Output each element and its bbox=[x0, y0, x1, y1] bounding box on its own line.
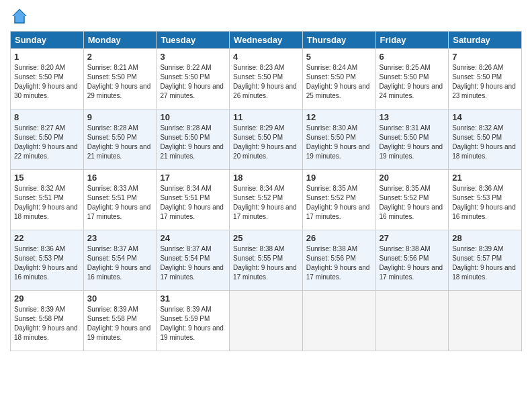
calendar-cell: 4Sunrise: 8:23 AMSunset: 5:50 PMDaylight… bbox=[230, 49, 303, 109]
calendar-cell: 5Sunrise: 8:24 AMSunset: 5:50 PMDaylight… bbox=[302, 49, 375, 109]
calendar-cell: 28Sunrise: 8:39 AMSunset: 5:57 PMDayligh… bbox=[449, 230, 522, 291]
col-header-sunday: Sunday bbox=[11, 32, 84, 49]
logo-icon bbox=[10, 7, 29, 26]
day-number: 4 bbox=[233, 52, 299, 62]
calendar-cell: 15Sunrise: 8:32 AMSunset: 5:51 PMDayligh… bbox=[11, 170, 84, 230]
calendar-cell: 24Sunrise: 8:37 AMSunset: 5:54 PMDayligh… bbox=[157, 230, 230, 291]
calendar-cell: 9Sunrise: 8:28 AMSunset: 5:50 PMDaylight… bbox=[83, 109, 157, 170]
day-number: 11 bbox=[233, 112, 299, 122]
col-header-wednesday: Wednesday bbox=[230, 32, 303, 49]
calendar-cell: 6Sunrise: 8:25 AMSunset: 5:50 PMDaylight… bbox=[375, 49, 449, 109]
col-header-thursday: Thursday bbox=[302, 32, 375, 49]
day-info: Sunrise: 8:39 AMSunset: 5:59 PMDaylight:… bbox=[160, 305, 226, 342]
calendar-cell: 2Sunrise: 8:21 AMSunset: 5:50 PMDaylight… bbox=[83, 49, 157, 109]
day-info: Sunrise: 8:24 AMSunset: 5:50 PMDaylight:… bbox=[306, 63, 372, 101]
week-row-4: 22Sunrise: 8:36 AMSunset: 5:53 PMDayligh… bbox=[11, 230, 522, 291]
day-info: Sunrise: 8:32 AMSunset: 5:51 PMDaylight:… bbox=[14, 184, 80, 222]
calendar-cell bbox=[449, 291, 522, 351]
calendar-cell: 23Sunrise: 8:37 AMSunset: 5:54 PMDayligh… bbox=[83, 230, 157, 291]
day-number: 18 bbox=[233, 173, 299, 183]
calendar-cell: 17Sunrise: 8:34 AMSunset: 5:51 PMDayligh… bbox=[157, 170, 230, 230]
day-number: 20 bbox=[380, 173, 445, 183]
day-number: 19 bbox=[306, 173, 372, 183]
calendar-cell: 12Sunrise: 8:30 AMSunset: 5:50 PMDayligh… bbox=[302, 109, 375, 170]
day-number: 27 bbox=[380, 233, 445, 243]
day-number: 3 bbox=[160, 52, 226, 62]
calendar-cell: 30Sunrise: 8:39 AMSunset: 5:58 PMDayligh… bbox=[83, 291, 157, 351]
day-number: 17 bbox=[160, 173, 226, 183]
calendar-cell: 27Sunrise: 8:38 AMSunset: 5:56 PMDayligh… bbox=[375, 230, 449, 291]
calendar-cell: 1Sunrise: 8:20 AMSunset: 5:50 PMDaylight… bbox=[11, 49, 84, 109]
day-info: Sunrise: 8:35 AMSunset: 5:52 PMDaylight:… bbox=[380, 184, 445, 222]
col-header-tuesday: Tuesday bbox=[157, 32, 230, 49]
week-row-1: 1Sunrise: 8:20 AMSunset: 5:50 PMDaylight… bbox=[11, 49, 522, 109]
day-number: 1 bbox=[14, 52, 80, 62]
day-number: 23 bbox=[87, 233, 153, 243]
day-info: Sunrise: 8:34 AMSunset: 5:51 PMDaylight:… bbox=[160, 184, 226, 222]
calendar-cell: 16Sunrise: 8:33 AMSunset: 5:51 PMDayligh… bbox=[83, 170, 157, 230]
week-row-5: 29Sunrise: 8:39 AMSunset: 5:58 PMDayligh… bbox=[11, 291, 522, 351]
col-header-saturday: Saturday bbox=[449, 32, 522, 49]
calendar-cell: 25Sunrise: 8:38 AMSunset: 5:55 PMDayligh… bbox=[230, 230, 303, 291]
day-number: 25 bbox=[233, 233, 299, 243]
day-info: Sunrise: 8:20 AMSunset: 5:50 PMDaylight:… bbox=[14, 63, 80, 101]
day-number: 16 bbox=[87, 173, 153, 183]
day-info: Sunrise: 8:37 AMSunset: 5:54 PMDaylight:… bbox=[87, 244, 153, 282]
day-info: Sunrise: 8:22 AMSunset: 5:50 PMDaylight:… bbox=[160, 63, 226, 101]
day-info: Sunrise: 8:39 AMSunset: 5:57 PMDaylight:… bbox=[452, 244, 518, 282]
day-info: Sunrise: 8:27 AMSunset: 5:50 PMDaylight:… bbox=[14, 124, 80, 161]
day-info: Sunrise: 8:38 AMSunset: 5:56 PMDaylight:… bbox=[380, 244, 445, 282]
calendar-cell: 20Sunrise: 8:35 AMSunset: 5:52 PMDayligh… bbox=[375, 170, 449, 230]
calendar-cell: 31Sunrise: 8:39 AMSunset: 5:59 PMDayligh… bbox=[157, 291, 230, 351]
day-info: Sunrise: 8:33 AMSunset: 5:51 PMDaylight:… bbox=[87, 184, 153, 222]
day-info: Sunrise: 8:35 AMSunset: 5:52 PMDaylight:… bbox=[306, 184, 372, 222]
day-info: Sunrise: 8:31 AMSunset: 5:50 PMDaylight:… bbox=[380, 124, 445, 161]
calendar-cell: 7Sunrise: 8:26 AMSunset: 5:50 PMDaylight… bbox=[449, 49, 522, 109]
day-info: Sunrise: 8:21 AMSunset: 5:50 PMDaylight:… bbox=[87, 63, 153, 101]
day-number: 10 bbox=[160, 112, 226, 122]
day-info: Sunrise: 8:38 AMSunset: 5:55 PMDaylight:… bbox=[233, 244, 299, 282]
day-number: 5 bbox=[306, 52, 372, 62]
calendar-cell bbox=[230, 291, 303, 351]
day-number: 15 bbox=[14, 173, 80, 183]
calendar-cell: 19Sunrise: 8:35 AMSunset: 5:52 PMDayligh… bbox=[302, 170, 375, 230]
day-info: Sunrise: 8:32 AMSunset: 5:50 PMDaylight:… bbox=[452, 124, 518, 161]
col-header-monday: Monday bbox=[83, 32, 157, 49]
calendar-cell bbox=[375, 291, 449, 351]
calendar-cell: 8Sunrise: 8:27 AMSunset: 5:50 PMDaylight… bbox=[11, 109, 84, 170]
calendar-cell: 29Sunrise: 8:39 AMSunset: 5:58 PMDayligh… bbox=[11, 291, 84, 351]
calendar-cell: 11Sunrise: 8:29 AMSunset: 5:50 PMDayligh… bbox=[230, 109, 303, 170]
day-info: Sunrise: 8:25 AMSunset: 5:50 PMDaylight:… bbox=[380, 63, 445, 101]
day-info: Sunrise: 8:30 AMSunset: 5:50 PMDaylight:… bbox=[306, 124, 372, 161]
day-number: 22 bbox=[14, 233, 80, 243]
calendar-cell: 14Sunrise: 8:32 AMSunset: 5:50 PMDayligh… bbox=[449, 109, 522, 170]
logo bbox=[10, 7, 32, 26]
calendar-cell: 21Sunrise: 8:36 AMSunset: 5:53 PMDayligh… bbox=[449, 170, 522, 230]
day-number: 31 bbox=[160, 293, 226, 304]
page-header bbox=[10, 7, 522, 26]
calendar-cell: 10Sunrise: 8:28 AMSunset: 5:50 PMDayligh… bbox=[157, 109, 230, 170]
week-row-3: 15Sunrise: 8:32 AMSunset: 5:51 PMDayligh… bbox=[11, 170, 522, 230]
calendar-table: SundayMondayTuesdayWednesdayThursdayFrid… bbox=[10, 31, 522, 351]
day-number: 7 bbox=[452, 52, 518, 62]
day-number: 12 bbox=[306, 112, 372, 122]
day-number: 29 bbox=[14, 293, 80, 304]
day-number: 6 bbox=[380, 52, 445, 62]
day-number: 24 bbox=[160, 233, 226, 243]
day-number: 9 bbox=[87, 112, 153, 122]
calendar-cell: 13Sunrise: 8:31 AMSunset: 5:50 PMDayligh… bbox=[375, 109, 449, 170]
day-info: Sunrise: 8:37 AMSunset: 5:54 PMDaylight:… bbox=[160, 244, 226, 282]
calendar-cell bbox=[302, 291, 375, 351]
calendar-header-row: SundayMondayTuesdayWednesdayThursdayFrid… bbox=[11, 32, 522, 49]
day-number: 28 bbox=[452, 233, 518, 243]
day-info: Sunrise: 8:26 AMSunset: 5:50 PMDaylight:… bbox=[452, 63, 518, 101]
day-info: Sunrise: 8:23 AMSunset: 5:50 PMDaylight:… bbox=[233, 63, 299, 101]
day-number: 14 bbox=[452, 112, 518, 122]
day-info: Sunrise: 8:36 AMSunset: 5:53 PMDaylight:… bbox=[14, 244, 80, 282]
day-number: 8 bbox=[14, 112, 80, 122]
day-number: 30 bbox=[87, 293, 153, 304]
calendar-cell: 3Sunrise: 8:22 AMSunset: 5:50 PMDaylight… bbox=[157, 49, 230, 109]
day-number: 21 bbox=[452, 173, 518, 183]
day-info: Sunrise: 8:28 AMSunset: 5:50 PMDaylight:… bbox=[87, 124, 153, 161]
day-info: Sunrise: 8:28 AMSunset: 5:50 PMDaylight:… bbox=[160, 124, 226, 161]
